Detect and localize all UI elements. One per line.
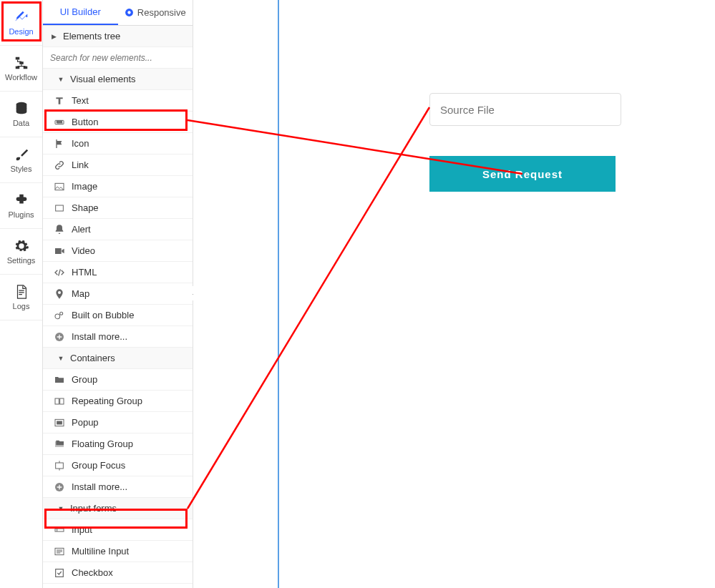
section-elements-tree-label: Elements tree <box>63 31 120 41</box>
element-text-label: Text <box>72 95 89 106</box>
section-elements-tree[interactable]: ▶ Elements tree <box>43 26 193 47</box>
element-built-on-bubble[interactable]: Built on Bubble <box>43 305 193 326</box>
element-floating-group[interactable]: Floating Group <box>43 433 193 455</box>
rail-styles[interactable]: Styles <box>0 137 42 183</box>
link-icon <box>53 159 66 172</box>
element-group-focus[interactable]: Group Focus <box>43 455 193 476</box>
input-icon <box>53 524 66 536</box>
rail-plugins[interactable]: Plugins <box>0 183 42 229</box>
element-video-label: Video <box>72 245 95 256</box>
panel-tabs: UI Builder Responsive <box>43 0 193 26</box>
rail-workflow-label: Workflow <box>5 73 37 82</box>
element-html[interactable]: HTML <box>43 262 193 283</box>
multiline-input-icon <box>53 545 66 558</box>
element-install-more-containers[interactable]: Install more... <box>43 476 193 498</box>
element-alert-label: Alert <box>72 224 91 235</box>
repeating-group-icon <box>53 395 66 408</box>
element-map[interactable]: Map <box>43 283 193 305</box>
floating-group-icon <box>53 438 66 451</box>
gear-icon <box>14 238 29 254</box>
element-checkbox[interactable]: Checkbox <box>43 562 193 584</box>
canvas[interactable]: Send Request <box>193 0 715 588</box>
popup-icon <box>53 416 66 429</box>
tab-responsive[interactable]: Responsive <box>118 0 193 25</box>
caret-down-icon: ▼ <box>57 355 64 362</box>
rail-settings-label: Settings <box>7 256 36 265</box>
svg-point-10 <box>55 314 60 319</box>
section-visual-elements-label: Visual elements <box>70 74 136 84</box>
caret-down-icon: ▼ <box>57 505 64 512</box>
caret-down-icon: ▼ <box>57 76 64 83</box>
rail-design-label: Design <box>9 27 33 36</box>
video-icon <box>53 245 66 258</box>
element-video[interactable]: Video <box>43 240 193 262</box>
rail-workflow[interactable]: Workflow <box>0 46 42 92</box>
element-alert[interactable]: Alert <box>43 219 193 240</box>
brush-icon <box>14 147 29 162</box>
section-input-forms[interactable]: ▼ Input forms <box>43 498 193 519</box>
section-visual-elements[interactable]: ▼ Visual elements <box>43 69 193 90</box>
svg-rect-2 <box>15 67 19 69</box>
plugin-icon <box>14 192 29 208</box>
rail-settings[interactable]: Settings <box>0 229 42 275</box>
section-containers[interactable]: ▼ Containers <box>43 348 193 369</box>
logs-icon <box>14 284 29 300</box>
canvas-guide-line <box>278 0 279 588</box>
rail-logs-label: Logs <box>13 302 30 310</box>
element-input-label: Input <box>72 524 92 535</box>
svg-rect-19 <box>55 529 64 531</box>
element-text[interactable]: Text <box>43 90 193 112</box>
group-focus-icon <box>53 459 66 472</box>
tab-ui-builder-label: UI Builder <box>60 6 101 17</box>
left-rail: Design Workflow Data Styles Plugins <box>0 0 43 588</box>
rail-data[interactable]: Data <box>0 92 42 137</box>
text-icon <box>53 94 66 107</box>
svg-rect-14 <box>60 398 64 404</box>
checkbox-icon <box>53 567 66 579</box>
element-dropdown[interactable]: Dropdown <box>43 584 193 588</box>
design-icon <box>14 9 29 25</box>
element-multiline-input[interactable]: Multiline Input <box>43 541 193 562</box>
caret-right-icon: ▶ <box>50 33 57 40</box>
image-icon <box>53 180 66 193</box>
element-group-focus-label: Group Focus <box>72 460 125 471</box>
database-icon <box>14 101 29 117</box>
rail-logs[interactable]: Logs <box>0 275 42 320</box>
bubble-icon <box>53 309 66 322</box>
map-pin-icon <box>53 288 66 300</box>
rail-styles-label: Styles <box>11 165 32 173</box>
plus-circle-icon <box>53 481 66 494</box>
send-request-button[interactable]: Send Request <box>429 156 616 192</box>
element-input[interactable]: Input <box>43 519 193 541</box>
element-shape-label: Shape <box>72 202 99 213</box>
element-repeating-group[interactable]: Repeating Group <box>43 391 193 412</box>
element-repeating-group-label: Repeating Group <box>72 396 142 406</box>
search-input[interactable] <box>43 47 193 69</box>
tab-ui-builder[interactable]: UI Builder <box>43 0 118 25</box>
source-file-input[interactable] <box>429 93 621 126</box>
element-popup[interactable]: Popup <box>43 412 193 433</box>
element-group[interactable]: Group <box>43 369 193 391</box>
element-html-label: HTML <box>72 267 97 278</box>
element-floating-group-label: Floating Group <box>72 438 133 449</box>
elements-scroll[interactable]: ▶ Elements tree ▼ Visual elements Text C… <box>43 26 193 588</box>
element-icon[interactable]: Icon <box>43 133 193 155</box>
svg-rect-9 <box>56 205 64 211</box>
element-image-label: Image <box>72 181 97 192</box>
element-install-more-containers-label: Install more... <box>72 481 127 492</box>
folder-icon <box>53 373 66 386</box>
element-install-more-visual[interactable]: Install more... <box>43 326 193 348</box>
section-containers-label: Containers <box>70 353 115 363</box>
element-button[interactable]: CLICK Button <box>43 112 193 133</box>
flag-icon <box>53 137 66 150</box>
elements-panel: UI Builder Responsive ▶ Elements tree ▼ … <box>43 0 193 588</box>
element-shape[interactable]: Shape <box>43 197 193 219</box>
svg-rect-16 <box>57 421 62 424</box>
rail-design[interactable]: Design <box>0 0 42 46</box>
element-link[interactable]: Link <box>43 155 193 176</box>
element-image[interactable]: Image <box>43 176 193 197</box>
element-button-label: Button <box>72 117 99 127</box>
plus-circle-icon <box>53 330 66 343</box>
svg-rect-1 <box>23 67 27 69</box>
svg-rect-13 <box>55 398 59 404</box>
